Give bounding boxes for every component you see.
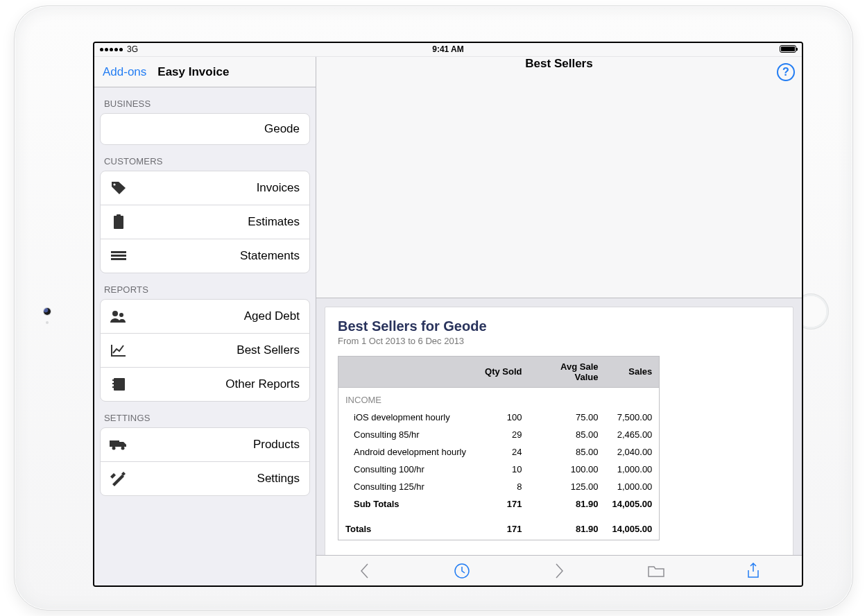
table-row: Consulting 100/hr10100.001,000.00 xyxy=(338,461,660,478)
svg-rect-8 xyxy=(114,378,125,391)
truck-icon xyxy=(108,435,130,454)
report-card: Best Sellers for Geode From 1 Oct 2013 t… xyxy=(325,307,793,556)
report-table: Qty Sold Avg Sale Value Sales INCOME iOS… xyxy=(338,356,660,540)
sidebar: Add-ons Easy Invoice BUSINESS Geode CUST… xyxy=(94,57,316,585)
toolbar xyxy=(316,555,802,585)
battery-icon xyxy=(780,45,796,53)
sidebar-item-settings[interactable]: Settings xyxy=(101,461,309,495)
table-row: Consulting 125/hr8125.001,000.00 xyxy=(338,478,660,495)
sidebar-item-label: Products xyxy=(130,438,300,452)
svg-rect-5 xyxy=(111,258,126,260)
stack-icon xyxy=(108,246,130,266)
sidebar-item-label: Other Reports xyxy=(130,377,300,391)
table-row: Android development hourly2485.002,040.0… xyxy=(338,443,660,461)
sidebar-item-best-sellers[interactable]: Best Sellers xyxy=(101,333,309,367)
svg-rect-12 xyxy=(110,440,119,447)
table-row: iOS development hourly10075.007,500.00 xyxy=(338,409,660,426)
svg-rect-1 xyxy=(114,216,123,229)
svg-rect-3 xyxy=(111,251,126,253)
addons-back-button[interactable]: Add-ons xyxy=(94,65,155,79)
col-desc xyxy=(338,356,477,387)
sidebar-title: Easy Invoice xyxy=(157,65,229,79)
page-title: Best Sellers xyxy=(525,57,592,71)
section-business-header: BUSINESS xyxy=(94,87,316,113)
prev-button[interactable] xyxy=(354,561,375,581)
svg-rect-9 xyxy=(112,379,114,381)
sidebar-item-label: Estimates xyxy=(130,215,300,229)
table-row: Consulting 85/hr2985.002,465.00 xyxy=(338,426,660,443)
sidebar-item-estimates[interactable]: Estimates xyxy=(101,205,309,239)
people-icon xyxy=(108,307,130,326)
sensor-dot-icon xyxy=(46,321,49,324)
report-title: Best Sellers for Geode xyxy=(338,318,780,334)
sidebar-item-statements[interactable]: Statements xyxy=(101,239,309,273)
col-avg: Avg Sale Value xyxy=(529,356,606,387)
sidebar-item-aged-debt[interactable]: Aged Debt xyxy=(101,300,309,333)
sidebar-item-label: Statements xyxy=(130,249,300,263)
business-name-cell[interactable]: Geode xyxy=(100,113,310,145)
svg-point-0 xyxy=(113,183,115,185)
clock-label: 9:41 AM xyxy=(432,44,464,54)
section-settings-header: SETTINGS xyxy=(94,402,316,427)
svg-point-7 xyxy=(119,313,123,317)
camera-icon xyxy=(44,308,51,315)
sidebar-item-label: Settings xyxy=(130,472,300,486)
svg-point-13 xyxy=(112,447,116,450)
sidebar-item-label: Aged Debt xyxy=(130,309,300,323)
svg-rect-2 xyxy=(117,214,121,217)
subtotal-row: Sub Totals17181.9014,005.00 xyxy=(338,495,660,513)
col-sales: Sales xyxy=(606,356,660,387)
carrier-label: 3G xyxy=(127,44,138,54)
share-button[interactable] xyxy=(743,561,764,581)
main-pane: Best Sellers ? Best Sellers for Geode Fr… xyxy=(316,57,802,585)
sidebar-item-invoices[interactable]: Invoices xyxy=(101,171,309,205)
section-customers-header: CUSTOMERS xyxy=(94,145,316,171)
report-range: From 1 Oct 2013 to 6 Dec 2013 xyxy=(338,336,780,346)
folder-button[interactable] xyxy=(646,561,667,581)
svg-point-6 xyxy=(112,311,118,316)
sidebar-item-other-reports[interactable]: Other Reports xyxy=(101,367,309,401)
tools-icon xyxy=(108,469,130,488)
status-bar: 3G 9:41 AM xyxy=(94,43,802,57)
svg-rect-11 xyxy=(112,386,114,388)
clipboard-icon xyxy=(108,212,130,232)
signal-icon xyxy=(100,48,123,51)
history-button[interactable] xyxy=(452,561,472,581)
price-tag-icon xyxy=(108,178,130,198)
section-reports-header: REPORTS xyxy=(94,273,316,299)
group-income: INCOME xyxy=(338,387,660,409)
ipad-bezel: 3G 9:41 AM Add-ons Easy Invoice BUSINESS… xyxy=(14,6,853,610)
svg-rect-10 xyxy=(112,383,114,384)
chart-line-icon xyxy=(108,341,130,360)
col-qty: Qty Sold xyxy=(477,356,529,387)
main-nav: Best Sellers ? xyxy=(316,57,802,298)
sidebar-nav: Add-ons Easy Invoice xyxy=(94,57,316,87)
sidebar-item-label: Best Sellers xyxy=(130,343,300,357)
screen: 3G 9:41 AM Add-ons Easy Invoice BUSINESS… xyxy=(93,42,803,587)
svg-point-14 xyxy=(121,447,125,450)
totals-row: Totals17181.9014,005.00 xyxy=(338,513,660,540)
sidebar-item-products[interactable]: Products xyxy=(101,428,309,461)
notebook-icon xyxy=(108,375,130,394)
sidebar-item-label: Invoices xyxy=(130,181,300,195)
svg-rect-4 xyxy=(111,255,126,257)
next-button[interactable] xyxy=(549,561,569,581)
help-button[interactable]: ? xyxy=(777,63,795,81)
